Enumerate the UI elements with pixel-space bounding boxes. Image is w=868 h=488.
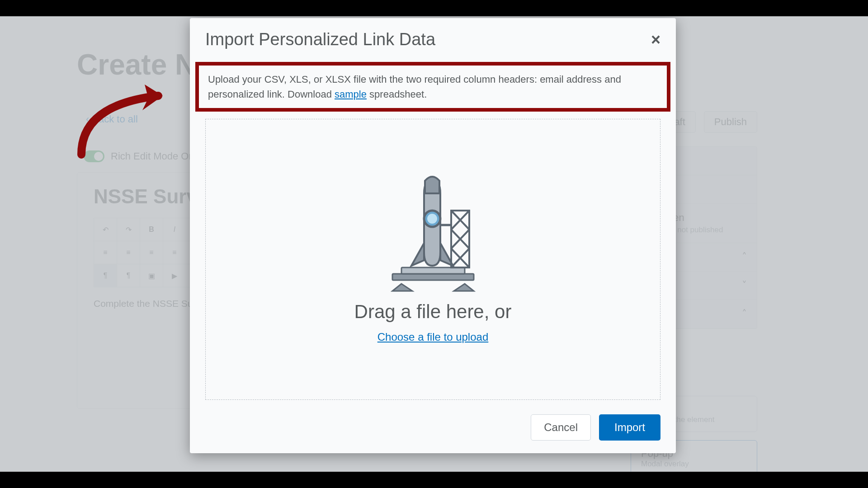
- rocket-icon: [374, 175, 492, 293]
- letterbox-top: [0, 0, 868, 16]
- dropzone-text: Drag a file here, or: [354, 301, 512, 323]
- file-dropzone[interactable]: Drag a file here, or Choose a file to up…: [205, 119, 660, 400]
- import-modal: Import Personalized Link Data × Upload y…: [190, 18, 676, 453]
- svg-point-3: [427, 214, 437, 224]
- import-button[interactable]: Import: [599, 414, 660, 441]
- modal-title: Import Personalized Link Data: [205, 30, 435, 49]
- letterbox-bottom: [0, 472, 868, 488]
- choose-file-link[interactable]: Choose a file to upload: [377, 331, 489, 343]
- instruction-callout: Upload your CSV, XLS, or XLSX file with …: [195, 62, 670, 112]
- instruction-text-post: spreadsheet.: [367, 89, 427, 100]
- cancel-button[interactable]: Cancel: [531, 414, 591, 441]
- annotation-arrow-icon: [72, 78, 190, 159]
- close-icon[interactable]: ×: [651, 32, 660, 48]
- svg-rect-1: [401, 267, 465, 274]
- svg-rect-0: [392, 274, 474, 280]
- sample-link[interactable]: sample: [335, 89, 367, 100]
